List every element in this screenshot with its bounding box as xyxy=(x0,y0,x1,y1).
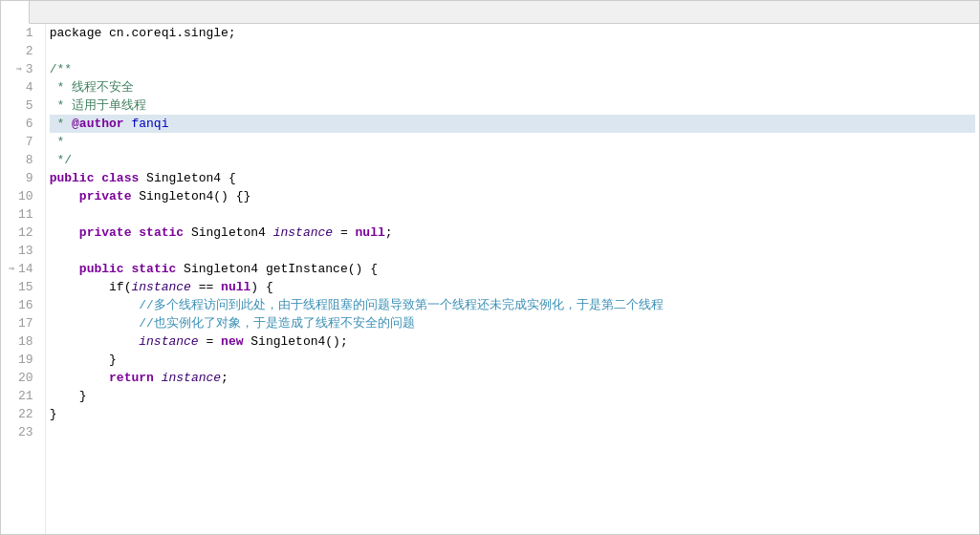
code-line xyxy=(50,242,975,260)
code-line: instance = new Singleton4(); xyxy=(50,332,975,351)
line-number: 20 xyxy=(9,369,37,387)
line-number: 10 xyxy=(9,187,37,205)
line-number: 21 xyxy=(9,387,37,405)
code-line xyxy=(50,423,975,441)
editor-window: 12⇒345678910111213⇒14151617181920212223 … xyxy=(0,0,980,535)
code-line: * @author fanqi xyxy=(50,115,975,133)
code-line: * 适用于单线程 xyxy=(50,96,975,115)
line-numbers: 12⇒345678910111213⇒14151617181920212223 xyxy=(1,24,46,534)
code-line: * 线程不安全 xyxy=(50,78,975,96)
line-number: 5 xyxy=(9,96,37,115)
line-number: 7 xyxy=(9,133,37,151)
line-number: 1 xyxy=(9,24,37,42)
line-number: 4 xyxy=(9,78,37,96)
tab-bar xyxy=(1,1,979,24)
line-number: 12 xyxy=(9,224,37,242)
tab-bar-left xyxy=(1,1,30,24)
code-line: private static Singleton4 instance = nul… xyxy=(50,224,975,242)
code-area: 12⇒345678910111213⇒14151617181920212223 … xyxy=(1,24,979,534)
code-line: } xyxy=(50,405,975,423)
code-line: package cn.coreqi.single; xyxy=(50,24,975,42)
code-line xyxy=(50,205,975,224)
line-number: 13 xyxy=(9,242,37,260)
line-number: 18 xyxy=(9,332,37,351)
code-line: return instance; xyxy=(50,369,975,387)
code-line xyxy=(50,42,975,60)
line-number: 17 xyxy=(9,314,37,332)
code-line: public static Singleton4 getInstance() { xyxy=(50,260,975,278)
line-number: 19 xyxy=(9,351,37,369)
line-number: 15 xyxy=(9,278,37,296)
code-line: public class Singleton4 { xyxy=(50,169,975,187)
line-number: 16 xyxy=(9,296,37,314)
code-line: private Singleton4() {} xyxy=(50,187,975,205)
line-number: 11 xyxy=(9,205,37,224)
code-line: } xyxy=(50,351,975,369)
code-line: /** xyxy=(50,60,975,78)
code-line: //多个线程访问到此处，由于线程阻塞的问题导致第一个线程还未完成实例化，于是第二… xyxy=(50,296,975,314)
editor-tab[interactable] xyxy=(1,1,30,24)
line-number: 22 xyxy=(9,405,37,423)
code-line: //也实例化了对象，于是造成了线程不安全的问题 xyxy=(50,314,975,332)
line-number: 9 xyxy=(9,169,37,187)
line-number: ⇒14 xyxy=(9,260,37,278)
code-line: } xyxy=(50,387,975,405)
code-content[interactable]: package cn.coreqi.single; /** * 线程不安全 * … xyxy=(46,24,979,534)
line-number: ⇒3 xyxy=(9,60,37,78)
code-line: * xyxy=(50,133,975,151)
line-number: 2 xyxy=(9,42,37,60)
code-line: if(instance == null) { xyxy=(50,278,975,296)
code-line: */ xyxy=(50,151,975,169)
line-number: 23 xyxy=(9,423,37,441)
line-number: 8 xyxy=(9,151,37,169)
line-number: 6 xyxy=(9,115,37,133)
